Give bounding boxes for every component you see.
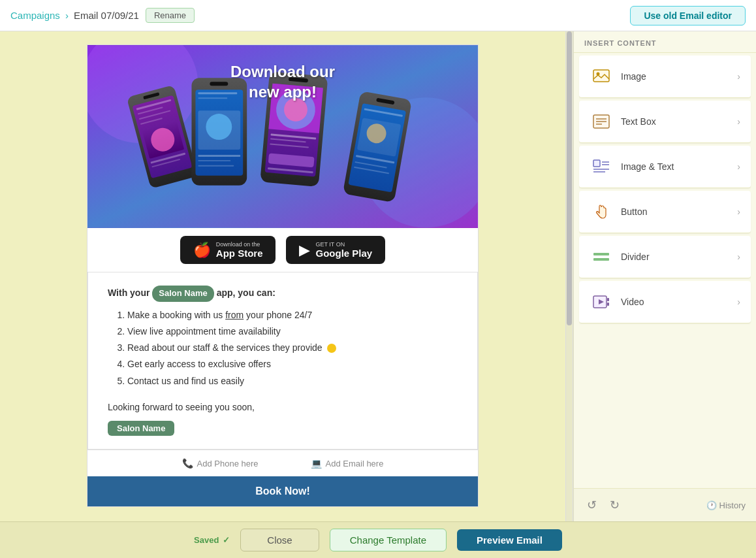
svg-point-20 (206, 114, 232, 140)
phone-icon: 📞 (182, 458, 193, 468)
svg-rect-18 (198, 97, 227, 99)
email-contact[interactable]: 💻 Add Email here (311, 458, 384, 468)
cursor-indicator (327, 344, 336, 353)
list-item: View live appointment time availability (127, 323, 458, 340)
imagetext-chevron-icon: › (737, 161, 740, 172)
campaigns-link[interactable]: Campaigns (10, 10, 60, 21)
saved-check-icon: ✓ (223, 535, 230, 545)
list-item: Read about our staff & the services they… (127, 340, 458, 356)
svg-rect-44 (593, 70, 609, 82)
app-title: Download our new app! (230, 61, 335, 102)
sidebar-items-list: Image › Text Box › (574, 53, 756, 488)
email-label: Add Email here (326, 459, 384, 468)
phone-label: Add Phone here (197, 459, 259, 468)
svg-rect-23 (198, 165, 234, 167)
bottom-toolbar: Saved ✓ Close Change Template Preview Em… (0, 521, 756, 558)
sidebar-footer: ↺ ↻ 🕐 History (574, 488, 756, 521)
sidebar-item-image[interactable]: Image › (579, 56, 751, 98)
video-label: Video (621, 297, 737, 307)
list-item: Get early access to exclusive offers (127, 356, 458, 372)
salon-name-footer: Salon Name (108, 421, 174, 436)
app-image-section: Download our new app! (87, 45, 478, 228)
email-icon: 💻 (311, 458, 322, 468)
googleplay-button[interactable]: ▶ GET IT ON Google Play (286, 236, 385, 264)
text-section: With your Salon Name app, you can: Make … (87, 272, 478, 450)
preview-email-button[interactable]: Preview Email (457, 529, 562, 551)
canvas-scrollbar[interactable] (565, 31, 573, 521)
intro-text: With your Salon Name app, you can: (108, 286, 458, 302)
main-layout: Download our new app! 🍎 Download on the … (0, 31, 756, 521)
googleplay-icon: ▶ (299, 242, 310, 259)
features-list: Make a booking with us from your phone 2… (127, 307, 458, 389)
list-item: Contact us and find us easily (127, 373, 458, 389)
close-button[interactable]: Close (240, 529, 319, 551)
video-icon (590, 290, 613, 314)
divider-icon (590, 245, 613, 269)
image-chevron-icon: › (737, 71, 740, 82)
button-icon (590, 200, 613, 223)
button-label: Button (621, 206, 737, 217)
svg-rect-60 (607, 303, 609, 306)
header: Campaigns › Email 07/09/21 Rename Use ol… (0, 0, 756, 31)
use-old-editor-button[interactable]: Use old Email editor (630, 6, 746, 25)
scrollbar-thumb (567, 31, 572, 325)
googleplay-text: GET IT ON Google Play (315, 241, 372, 259)
sidebar-item-divider[interactable]: Divider › (579, 236, 751, 278)
svg-rect-16 (210, 82, 228, 86)
svg-rect-21 (198, 155, 240, 157)
history-icon: 🕐 (706, 501, 717, 510)
appstore-button[interactable]: 🍎 Download on the App Store (180, 236, 276, 264)
textbox-icon (590, 110, 613, 133)
textbox-chevron-icon: › (737, 116, 740, 127)
saved-indicator: Saved ✓ (194, 535, 230, 545)
sidebar: INSERT CONTENT Image › (573, 31, 756, 521)
canvas-area: Download our new app! 🍎 Download on the … (0, 31, 565, 521)
sidebar-item-button[interactable]: Button › (579, 191, 751, 233)
email-canvas: Download our new app! 🍎 Download on the … (87, 44, 479, 507)
contact-section: 📞 Add Phone here 💻 Add Email here (87, 450, 478, 476)
svg-rect-50 (593, 160, 600, 167)
image-label: Image (621, 71, 737, 82)
redo-button[interactable]: ↻ (607, 495, 622, 515)
sidebar-header: INSERT CONTENT (574, 31, 756, 53)
appstore-text: Download on the App Store (216, 241, 263, 259)
video-chevron-icon: › (737, 297, 740, 307)
history-button[interactable]: 🕐 History (706, 501, 746, 510)
svg-rect-59 (607, 298, 609, 301)
breadcrumb-separator: › (65, 10, 69, 21)
breadcrumb: Campaigns › Email 07/09/21 (10, 10, 139, 21)
svg-rect-22 (198, 160, 230, 161)
list-item: Make a booking with us from your phone 2… (127, 307, 458, 323)
button-chevron-icon: › (737, 206, 740, 217)
sidebar-item-imagetext[interactable]: Image & Text › (579, 146, 751, 188)
change-template-button[interactable]: Change Template (330, 529, 447, 551)
apple-icon: 🍎 (193, 242, 211, 259)
textbox-label: Text Box (621, 116, 737, 127)
imagetext-icon (590, 155, 613, 178)
image-icon (590, 65, 613, 88)
store-buttons-section: 🍎 Download on the App Store ▶ GET IT ON … (87, 228, 478, 272)
looking-forward-text: Looking forward to seeing you soon, (108, 400, 458, 414)
email-title: Email 07/09/21 (74, 10, 139, 21)
rename-button[interactable]: Rename (146, 8, 195, 23)
salon-name-tag: Salon Name (152, 286, 213, 302)
book-now-button[interactable]: Book Now! (87, 476, 478, 506)
phone-contact[interactable]: 📞 Add Phone here (182, 458, 259, 468)
undo-button[interactable]: ↺ (584, 495, 599, 515)
divider-chevron-icon: › (737, 252, 740, 262)
sidebar-item-video[interactable]: Video › (579, 281, 751, 323)
sidebar-item-textbox[interactable]: Text Box › (579, 101, 751, 143)
svg-rect-55 (593, 253, 609, 255)
divider-label: Divider (621, 252, 737, 262)
svg-rect-56 (593, 258, 609, 261)
imagetext-label: Image & Text (621, 161, 737, 172)
